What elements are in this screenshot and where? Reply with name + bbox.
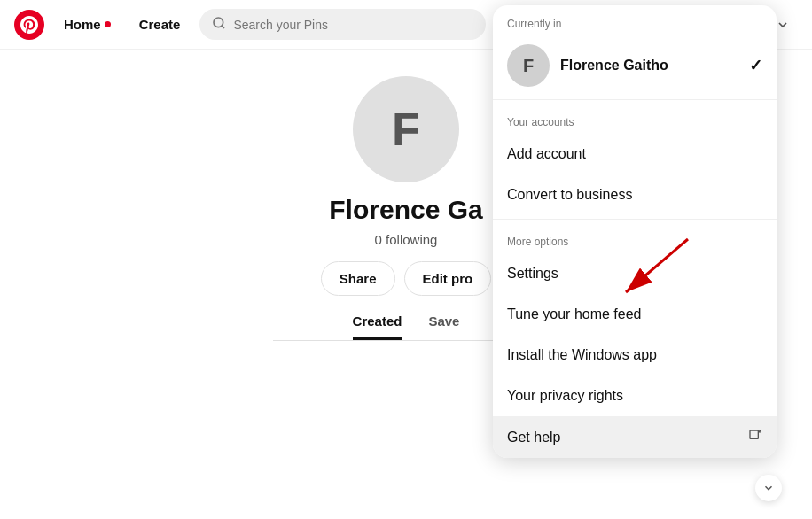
- install-windows-app-item[interactable]: Install the Windows app: [493, 335, 777, 376]
- home-notification-dot: [105, 21, 111, 27]
- search-input[interactable]: [233, 18, 472, 32]
- active-checkmark: ✓: [749, 56, 762, 75]
- add-account-item[interactable]: Add account: [493, 134, 777, 174]
- current-user-name: Florence Gaitho: [560, 58, 738, 74]
- profile-name: Florence Ga: [329, 195, 482, 225]
- tune-home-feed-item[interactable]: Tune your home feed: [493, 294, 777, 335]
- scroll-down-button[interactable]: [755, 475, 782, 501]
- external-link-icon: [748, 429, 762, 445]
- divider-1: [493, 99, 777, 100]
- current-user-avatar: F: [507, 44, 550, 87]
- svg-rect-2: [750, 430, 758, 438]
- svg-line-1: [222, 26, 224, 28]
- home-nav-item[interactable]: Home: [55, 12, 120, 37]
- more-options-label: More options: [493, 223, 777, 253]
- get-help-item[interactable]: Get help: [493, 416, 777, 458]
- create-nav-item[interactable]: Create: [130, 12, 190, 37]
- convert-to-business-item[interactable]: Convert to business: [493, 174, 777, 215]
- profile-buttons: Share Edit pro: [321, 261, 491, 296]
- current-user-row[interactable]: F Florence Gaitho ✓: [493, 35, 777, 96]
- currently-in-label: Currently in: [493, 5, 777, 35]
- privacy-rights-item[interactable]: Your privacy rights: [493, 376, 777, 416]
- profile-avatar: F: [353, 76, 459, 182]
- edit-profile-button[interactable]: Edit pro: [404, 261, 492, 296]
- settings-item[interactable]: Settings: [493, 253, 777, 294]
- tab-saved[interactable]: Save: [428, 314, 459, 340]
- dropdown-scroll[interactable]: Currently in F Florence Gaitho ✓ Your ac…: [493, 5, 777, 458]
- tab-created[interactable]: Created: [353, 314, 402, 340]
- your-accounts-label: Your accounts: [493, 104, 777, 134]
- search-icon: [212, 16, 226, 33]
- share-button[interactable]: Share: [321, 261, 395, 296]
- search-bar[interactable]: [199, 9, 485, 40]
- create-label: Create: [139, 17, 181, 32]
- divider-2: [493, 219, 777, 220]
- svg-point-0: [214, 18, 223, 27]
- account-dropdown-panel: Currently in F Florence Gaitho ✓ Your ac…: [493, 5, 777, 458]
- pinterest-logo[interactable]: [14, 10, 44, 40]
- following-count: 0 following: [375, 232, 438, 247]
- home-label: Home: [64, 17, 101, 32]
